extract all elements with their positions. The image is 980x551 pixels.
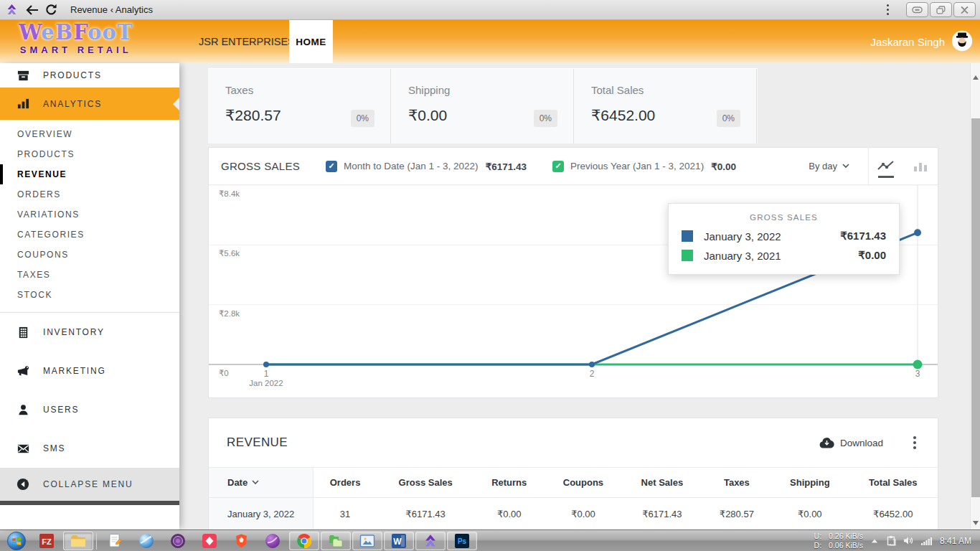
tooltip-row: January 3, 2021 ₹0.00 bbox=[682, 249, 886, 262]
app-logo-icon bbox=[6, 4, 19, 17]
download-button[interactable]: Download bbox=[819, 437, 883, 448]
tray-clipboard-button[interactable] bbox=[886, 535, 896, 546]
column-header-date[interactable]: Date bbox=[209, 468, 313, 498]
titlebar-menu-button[interactable] bbox=[879, 4, 896, 17]
back-button[interactable] bbox=[23, 2, 42, 18]
column-header-total-sales[interactable]: Total Sales bbox=[848, 468, 938, 498]
stat-card-taxes[interactable]: Taxes ₹280.57 0% bbox=[208, 69, 391, 143]
taskbar-shared-folders[interactable] bbox=[321, 532, 351, 550]
scroll-down-arrow[interactable] bbox=[973, 521, 979, 525]
taskbar-tor[interactable] bbox=[163, 532, 193, 550]
data-point bbox=[914, 229, 921, 236]
y-axis-tick: ₹0 bbox=[219, 368, 229, 378]
column-header-coupons[interactable]: Coupons bbox=[545, 468, 622, 498]
sidebar-item-sms[interactable]: SMS bbox=[0, 429, 179, 468]
taskbar-pocket[interactable] bbox=[194, 532, 225, 550]
checkbox-checked-icon[interactable]: ✓ bbox=[552, 161, 564, 172]
submenu-item-stock[interactable]: STOCK bbox=[0, 285, 179, 305]
y-axis-tick: ₹2.8k bbox=[219, 309, 240, 319]
taskbar-word[interactable]: W bbox=[384, 532, 414, 550]
submenu-item-overview[interactable]: OVERVIEW bbox=[0, 124, 179, 144]
checkbox-checked-icon[interactable]: ✓ bbox=[326, 161, 337, 172]
brand-logo[interactable]: WeBFooT SMART RETAIL bbox=[19, 21, 133, 56]
start-button[interactable] bbox=[2, 530, 31, 551]
taskbar-clock[interactable]: 8:41 AM bbox=[940, 536, 971, 546]
analytics-submenu: OVERVIEW PRODUCTS REVENUE ORDERS VARIATI… bbox=[0, 120, 179, 312]
sidebar-item-analytics[interactable]: ANALYTICS bbox=[0, 88, 179, 120]
column-header-orders[interactable]: Orders bbox=[313, 468, 377, 498]
sidebar-item-products[interactable]: PRODUCTS bbox=[0, 63, 179, 88]
site-name-link[interactable]: JSR ENTERPRISES bbox=[199, 20, 295, 63]
revenue-menu-button[interactable] bbox=[909, 435, 920, 450]
tray-volume-button[interactable] bbox=[903, 536, 914, 545]
tray-network-button[interactable] bbox=[921, 537, 933, 545]
submenu-item-orders[interactable]: ORDERS bbox=[0, 184, 179, 204]
sidebar-item-inventory[interactable]: INVENTORY bbox=[0, 313, 179, 352]
submenu-item-products[interactable]: PRODUCTS bbox=[0, 144, 179, 164]
page-scrollbar[interactable] bbox=[970, 63, 980, 529]
bar-chart-toggle[interactable] bbox=[903, 148, 938, 184]
refresh-button[interactable] bbox=[42, 2, 60, 18]
photoshop-icon: Ps bbox=[454, 533, 470, 549]
taskbar-brave[interactable] bbox=[226, 532, 256, 550]
taskbar-image-viewer[interactable] bbox=[352, 532, 382, 550]
submenu-item-coupons[interactable]: COUPONS bbox=[0, 245, 179, 265]
data-point bbox=[913, 360, 923, 369]
taskbar-notepad[interactable] bbox=[100, 532, 130, 550]
cell-shipping: ₹0.00 bbox=[771, 498, 848, 530]
legend-month-to-date[interactable]: ✓ Month to Date (Jan 1 - 3, 2022) ₹6171.… bbox=[326, 161, 527, 172]
revenue-panel: REVENUE Download Date Orders bbox=[208, 418, 938, 529]
home-tab[interactable]: HOME bbox=[289, 20, 333, 63]
taskbar: FZ W bbox=[0, 529, 980, 551]
column-header-returns[interactable]: Returns bbox=[474, 468, 545, 498]
scroll-up-arrow[interactable] bbox=[973, 75, 979, 80]
stat-card-shipping[interactable]: Shipping ₹0.00 0% bbox=[391, 69, 574, 143]
show-hidden-icons-button[interactable] bbox=[870, 537, 879, 545]
sidebar-item-marketing[interactable]: MARKETING bbox=[0, 352, 179, 390]
folder-icon bbox=[70, 534, 87, 548]
column-header-gross-sales[interactable]: Gross Sales bbox=[377, 468, 474, 498]
table-row: January 3, 2022 31 ₹6171.43 ₹0.00 ₹0.00 … bbox=[209, 498, 938, 530]
chart-header: GROSS SALES ✓ Month to Date (Jan 1 - 3, … bbox=[209, 148, 938, 185]
submenu-item-categories[interactable]: CATEGORIES bbox=[0, 225, 179, 245]
up-triangle-icon bbox=[870, 537, 879, 545]
submenu-item-revenue[interactable]: REVENUE bbox=[0, 164, 179, 184]
taskbar-filezilla[interactable]: FZ bbox=[32, 532, 62, 550]
column-header-shipping[interactable]: Shipping bbox=[771, 468, 848, 498]
products-box-icon bbox=[16, 69, 30, 83]
brave-shield-icon bbox=[234, 533, 249, 549]
column-header-taxes[interactable]: Taxes bbox=[702, 468, 772, 498]
scrollbar-thumb[interactable] bbox=[971, 118, 980, 497]
submenu-item-taxes[interactable]: TAXES bbox=[0, 265, 179, 285]
table-header-row: Date Orders Gross Sales Returns Coupons … bbox=[209, 468, 938, 498]
titlebar: Revenue ‹ Analytics bbox=[0, 0, 980, 20]
user-menu[interactable]: Jaskaran Singh bbox=[871, 20, 973, 63]
minimize-button[interactable] bbox=[906, 2, 928, 17]
avatar bbox=[951, 30, 973, 54]
column-header-net-sales[interactable]: Net Sales bbox=[622, 468, 702, 498]
red-diamond-icon bbox=[202, 533, 217, 549]
filezilla-icon: FZ bbox=[39, 533, 55, 549]
bar-chart-icon bbox=[913, 160, 928, 172]
cell-returns: ₹0.00 bbox=[474, 498, 545, 530]
taskbar-chrome[interactable] bbox=[289, 532, 319, 550]
cell-orders: 31 bbox=[313, 498, 377, 530]
system-tray: U:0.26 KiB/s D:0.06 KiB/s 8:41 AM bbox=[814, 532, 978, 550]
close-button[interactable] bbox=[953, 2, 976, 17]
legend-previous-year[interactable]: ✓ Previous Year (Jan 1 - 3, 2021) ₹0.00 bbox=[552, 161, 736, 172]
submenu-item-variations[interactable]: VARIATIONS bbox=[0, 204, 179, 225]
taskbar-epic-browser[interactable] bbox=[258, 532, 288, 550]
taskbar-webfoot-app[interactable] bbox=[415, 532, 446, 550]
interval-selector[interactable]: By day bbox=[790, 161, 868, 171]
sidebar-item-users[interactable]: USERS bbox=[0, 390, 179, 429]
taskbar-photoshop[interactable]: Ps bbox=[447, 532, 477, 550]
collapse-menu-button[interactable]: COLLAPSE MENU bbox=[0, 468, 179, 501]
stat-badge: 0% bbox=[534, 110, 557, 127]
stat-card-total-sales[interactable]: Total Sales ₹6452.00 0% bbox=[574, 69, 757, 143]
sphere-browser-icon bbox=[138, 533, 154, 549]
users-person-icon bbox=[16, 403, 30, 417]
taskbar-browser-sphere[interactable] bbox=[131, 532, 161, 550]
line-chart-toggle[interactable] bbox=[869, 148, 903, 184]
restore-button[interactable] bbox=[930, 2, 952, 17]
taskbar-explorer[interactable] bbox=[63, 532, 93, 550]
